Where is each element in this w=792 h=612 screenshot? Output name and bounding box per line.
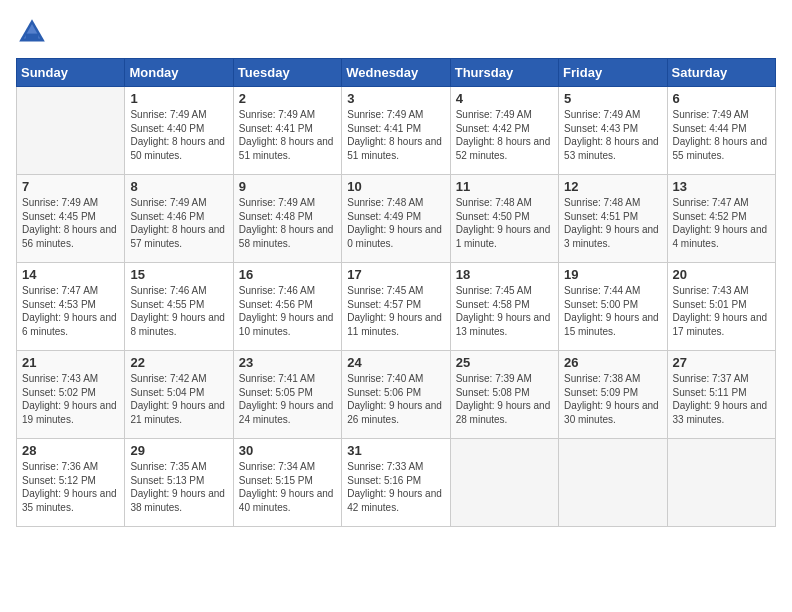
day-info: Sunrise: 7:44 AMSunset: 5:00 PMDaylight:…: [564, 284, 661, 338]
day-info: Sunrise: 7:48 AMSunset: 4:51 PMDaylight:…: [564, 196, 661, 250]
day-info: Sunrise: 7:49 AMSunset: 4:48 PMDaylight:…: [239, 196, 336, 250]
day-number: 6: [673, 91, 770, 106]
calendar-week-row: 7Sunrise: 7:49 AMSunset: 4:45 PMDaylight…: [17, 175, 776, 263]
calendar-cell: [17, 87, 125, 175]
day-number: 9: [239, 179, 336, 194]
day-number: 5: [564, 91, 661, 106]
day-info: Sunrise: 7:36 AMSunset: 5:12 PMDaylight:…: [22, 460, 119, 514]
calendar-cell: 30Sunrise: 7:34 AMSunset: 5:15 PMDayligh…: [233, 439, 341, 527]
calendar-week-row: 28Sunrise: 7:36 AMSunset: 5:12 PMDayligh…: [17, 439, 776, 527]
day-number: 31: [347, 443, 444, 458]
calendar-cell: 22Sunrise: 7:42 AMSunset: 5:04 PMDayligh…: [125, 351, 233, 439]
calendar-cell: [667, 439, 775, 527]
day-number: 28: [22, 443, 119, 458]
calendar-cell: 28Sunrise: 7:36 AMSunset: 5:12 PMDayligh…: [17, 439, 125, 527]
calendar-cell: 11Sunrise: 7:48 AMSunset: 4:50 PMDayligh…: [450, 175, 558, 263]
calendar-cell: 5Sunrise: 7:49 AMSunset: 4:43 PMDaylight…: [559, 87, 667, 175]
calendar-cell: 31Sunrise: 7:33 AMSunset: 5:16 PMDayligh…: [342, 439, 450, 527]
day-info: Sunrise: 7:48 AMSunset: 4:50 PMDaylight:…: [456, 196, 553, 250]
day-info: Sunrise: 7:35 AMSunset: 5:13 PMDaylight:…: [130, 460, 227, 514]
day-info: Sunrise: 7:45 AMSunset: 4:58 PMDaylight:…: [456, 284, 553, 338]
day-info: Sunrise: 7:49 AMSunset: 4:46 PMDaylight:…: [130, 196, 227, 250]
calendar-cell: 19Sunrise: 7:44 AMSunset: 5:00 PMDayligh…: [559, 263, 667, 351]
header: [16, 16, 776, 48]
svg-rect-2: [26, 34, 39, 40]
day-number: 14: [22, 267, 119, 282]
logo-icon: [16, 16, 48, 48]
day-number: 3: [347, 91, 444, 106]
day-info: Sunrise: 7:48 AMSunset: 4:49 PMDaylight:…: [347, 196, 444, 250]
calendar-cell: [450, 439, 558, 527]
day-number: 29: [130, 443, 227, 458]
day-info: Sunrise: 7:49 AMSunset: 4:41 PMDaylight:…: [347, 108, 444, 162]
day-info: Sunrise: 7:49 AMSunset: 4:40 PMDaylight:…: [130, 108, 227, 162]
day-info: Sunrise: 7:43 AMSunset: 5:01 PMDaylight:…: [673, 284, 770, 338]
day-number: 19: [564, 267, 661, 282]
col-header-friday: Friday: [559, 59, 667, 87]
calendar-week-row: 14Sunrise: 7:47 AMSunset: 4:53 PMDayligh…: [17, 263, 776, 351]
calendar-cell: 15Sunrise: 7:46 AMSunset: 4:55 PMDayligh…: [125, 263, 233, 351]
day-number: 2: [239, 91, 336, 106]
col-header-monday: Monday: [125, 59, 233, 87]
day-number: 13: [673, 179, 770, 194]
day-info: Sunrise: 7:41 AMSunset: 5:05 PMDaylight:…: [239, 372, 336, 426]
day-info: Sunrise: 7:49 AMSunset: 4:44 PMDaylight:…: [673, 108, 770, 162]
calendar-cell: 25Sunrise: 7:39 AMSunset: 5:08 PMDayligh…: [450, 351, 558, 439]
day-info: Sunrise: 7:38 AMSunset: 5:09 PMDaylight:…: [564, 372, 661, 426]
day-number: 1: [130, 91, 227, 106]
calendar-cell: 26Sunrise: 7:38 AMSunset: 5:09 PMDayligh…: [559, 351, 667, 439]
day-number: 15: [130, 267, 227, 282]
col-header-sunday: Sunday: [17, 59, 125, 87]
day-info: Sunrise: 7:49 AMSunset: 4:43 PMDaylight:…: [564, 108, 661, 162]
col-header-tuesday: Tuesday: [233, 59, 341, 87]
day-info: Sunrise: 7:46 AMSunset: 4:56 PMDaylight:…: [239, 284, 336, 338]
calendar-cell: 16Sunrise: 7:46 AMSunset: 4:56 PMDayligh…: [233, 263, 341, 351]
calendar-cell: 6Sunrise: 7:49 AMSunset: 4:44 PMDaylight…: [667, 87, 775, 175]
calendar-cell: 4Sunrise: 7:49 AMSunset: 4:42 PMDaylight…: [450, 87, 558, 175]
day-number: 20: [673, 267, 770, 282]
calendar-cell: 18Sunrise: 7:45 AMSunset: 4:58 PMDayligh…: [450, 263, 558, 351]
day-number: 7: [22, 179, 119, 194]
day-info: Sunrise: 7:40 AMSunset: 5:06 PMDaylight:…: [347, 372, 444, 426]
col-header-wednesday: Wednesday: [342, 59, 450, 87]
col-header-saturday: Saturday: [667, 59, 775, 87]
calendar-cell: 29Sunrise: 7:35 AMSunset: 5:13 PMDayligh…: [125, 439, 233, 527]
day-info: Sunrise: 7:37 AMSunset: 5:11 PMDaylight:…: [673, 372, 770, 426]
calendar-cell: 14Sunrise: 7:47 AMSunset: 4:53 PMDayligh…: [17, 263, 125, 351]
day-number: 22: [130, 355, 227, 370]
day-number: 12: [564, 179, 661, 194]
calendar-cell: 17Sunrise: 7:45 AMSunset: 4:57 PMDayligh…: [342, 263, 450, 351]
calendar-cell: 10Sunrise: 7:48 AMSunset: 4:49 PMDayligh…: [342, 175, 450, 263]
day-info: Sunrise: 7:43 AMSunset: 5:02 PMDaylight:…: [22, 372, 119, 426]
logo: [16, 16, 54, 48]
calendar-cell: 7Sunrise: 7:49 AMSunset: 4:45 PMDaylight…: [17, 175, 125, 263]
calendar-cell: 9Sunrise: 7:49 AMSunset: 4:48 PMDaylight…: [233, 175, 341, 263]
day-info: Sunrise: 7:34 AMSunset: 5:15 PMDaylight:…: [239, 460, 336, 514]
calendar-cell: 1Sunrise: 7:49 AMSunset: 4:40 PMDaylight…: [125, 87, 233, 175]
col-header-thursday: Thursday: [450, 59, 558, 87]
day-info: Sunrise: 7:46 AMSunset: 4:55 PMDaylight:…: [130, 284, 227, 338]
calendar-cell: 27Sunrise: 7:37 AMSunset: 5:11 PMDayligh…: [667, 351, 775, 439]
day-number: 21: [22, 355, 119, 370]
day-number: 18: [456, 267, 553, 282]
day-number: 30: [239, 443, 336, 458]
calendar-header-row: SundayMondayTuesdayWednesdayThursdayFrid…: [17, 59, 776, 87]
calendar-week-row: 1Sunrise: 7:49 AMSunset: 4:40 PMDaylight…: [17, 87, 776, 175]
calendar-cell: 8Sunrise: 7:49 AMSunset: 4:46 PMDaylight…: [125, 175, 233, 263]
day-number: 17: [347, 267, 444, 282]
day-number: 4: [456, 91, 553, 106]
day-number: 11: [456, 179, 553, 194]
day-number: 24: [347, 355, 444, 370]
calendar-cell: 2Sunrise: 7:49 AMSunset: 4:41 PMDaylight…: [233, 87, 341, 175]
day-info: Sunrise: 7:47 AMSunset: 4:52 PMDaylight:…: [673, 196, 770, 250]
calendar-cell: 13Sunrise: 7:47 AMSunset: 4:52 PMDayligh…: [667, 175, 775, 263]
day-number: 8: [130, 179, 227, 194]
day-number: 27: [673, 355, 770, 370]
calendar-cell: 3Sunrise: 7:49 AMSunset: 4:41 PMDaylight…: [342, 87, 450, 175]
day-number: 23: [239, 355, 336, 370]
calendar-table: SundayMondayTuesdayWednesdayThursdayFrid…: [16, 58, 776, 527]
day-number: 26: [564, 355, 661, 370]
calendar-cell: 21Sunrise: 7:43 AMSunset: 5:02 PMDayligh…: [17, 351, 125, 439]
calendar-cell: 20Sunrise: 7:43 AMSunset: 5:01 PMDayligh…: [667, 263, 775, 351]
calendar-cell: [559, 439, 667, 527]
